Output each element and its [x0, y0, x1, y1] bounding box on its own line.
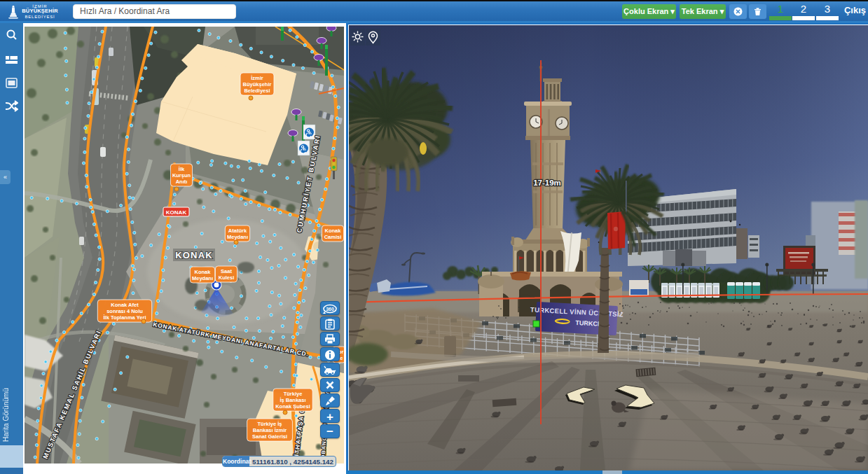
svg-text:KONAK: KONAK	[166, 209, 187, 216]
svg-text:Anıtı: Anıtı	[176, 179, 188, 185]
svg-text:Türkiye İş: Türkiye İş	[257, 421, 282, 427]
svg-text:Büyükşehir: Büyükşehir	[243, 81, 272, 88]
svg-text:Kulesi: Kulesi	[219, 274, 235, 281]
svg-text:İlk: İlk	[179, 166, 185, 172]
svg-text:sonrası 4 Nolu: sonrası 4 Nolu	[106, 308, 143, 314]
svg-text:Saat: Saat	[221, 268, 232, 274]
svg-text:Sanat Galerisi: Sanat Galerisi	[252, 433, 287, 440]
svg-text:17-19m: 17-19m	[533, 179, 561, 187]
svg-text:Konak Şubesi: Konak Şubesi	[275, 403, 310, 410]
svg-text:İş Bankası: İş Bankası	[280, 397, 305, 403]
svg-text:Atatürk: Atatürk	[228, 228, 247, 234]
svg-text:Konak: Konak	[195, 269, 212, 275]
svg-text:İlk Toplanma Yeri: İlk Toplanma Yeri	[104, 314, 146, 321]
svg-text:Kurşun: Kurşun	[172, 172, 191, 179]
svg-text:Camisi: Camisi	[324, 234, 342, 240]
svg-text:İzmir: İzmir	[251, 75, 263, 81]
svg-text:360: 360	[326, 307, 334, 312]
svg-text:Türkiye: Türkiye	[284, 391, 303, 397]
svg-text:Konak: Konak	[325, 228, 342, 234]
svg-text:Bankası İzmir: Bankası İzmir	[253, 427, 287, 433]
svg-text:Belediyesi: Belediyesi	[244, 88, 270, 94]
svg-text:Meydanı: Meydanı	[227, 234, 248, 240]
svg-text:Meydanı: Meydanı	[192, 275, 213, 281]
svg-text:Konak Afet: Konak Afet	[111, 302, 139, 308]
svg-text:KONAK: KONAK	[175, 250, 213, 260]
